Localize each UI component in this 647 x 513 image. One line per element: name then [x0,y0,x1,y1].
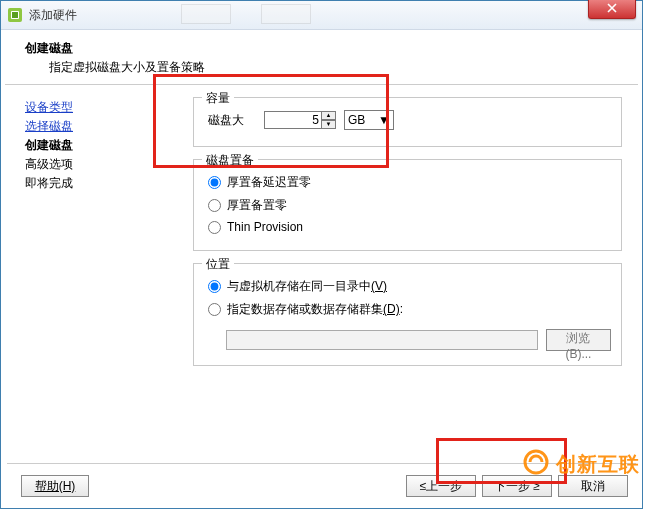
provision-option-thin[interactable]: Thin Provision [208,220,611,234]
step-create-disk: 创建磁盘 [25,137,175,153]
step-advanced: 高级选项 [25,156,175,172]
app-icon [7,7,23,23]
provision-option-thick-lazy[interactable]: 厚置备延迟置零 [208,174,611,191]
provision-option-thick-eager[interactable]: 厚置备置零 [208,197,611,214]
step-device-type[interactable]: 设备类型 [25,99,175,115]
radio-thick-lazy[interactable] [208,176,221,189]
disk-size-input[interactable] [264,111,322,129]
radio-thin[interactable] [208,221,221,234]
radio-thick-eager[interactable] [208,199,221,212]
cancel-button[interactable]: 取消 [558,475,628,497]
svg-rect-2 [12,12,18,18]
step-select-disk[interactable]: 选择磁盘 [25,118,175,134]
capacity-legend: 容量 [202,90,234,107]
provision-group: 磁盘置备 厚置备延迟置零 厚置备置零 Thin Provision [193,159,622,251]
disabled-toolbar-button [261,4,311,24]
location-legend: 位置 [202,256,234,273]
chevron-down-icon: ▼ [378,113,390,127]
spin-down[interactable]: ▼ [321,120,336,129]
disabled-toolbar-button [181,4,231,24]
radio-datastore[interactable] [208,303,221,316]
wizard-steps: 设备类型 选择磁盘 创建磁盘 高级选项 即将完成 [13,93,175,477]
close-button[interactable] [588,0,636,19]
browse-button: 浏览(B)... [546,329,611,351]
spin-up[interactable]: ▲ [321,111,336,120]
next-button[interactable]: 下一步 ≥ [482,475,552,497]
wizard-header: 创建磁盘 指定虚拟磁盘大小及置备策略 [5,30,638,85]
datastore-path-input [226,330,538,350]
size-unit-value: GB [348,113,365,127]
page-title: 创建磁盘 [25,40,622,57]
capacity-group: 容量 磁盘大 ▲ ▼ GB ▼ [193,97,622,147]
size-unit-select[interactable]: GB ▼ [344,110,394,130]
location-option-same[interactable]: 与虚拟机存储在同一目录中(V) [208,278,611,295]
help-button[interactable]: 帮助(H) [21,475,89,497]
disk-size-spinner[interactable]: ▲ ▼ [321,111,336,129]
disk-size-label: 磁盘大 [208,112,264,129]
titlebar: 添加硬件 [1,1,642,30]
step-finish: 即将完成 [25,175,175,191]
location-group: 位置 与虚拟机存储在同一目录中(V) 指定数据存储或数据存储群集(D): 浏览(… [193,263,622,366]
window-title: 添加硬件 [29,7,77,24]
radio-same-dir[interactable] [208,280,221,293]
page-subtitle: 指定虚拟磁盘大小及置备策略 [49,59,622,76]
footer: 帮助(H) ≤上一步 下一步 ≥ 取消 [1,464,642,508]
back-button[interactable]: ≤上一步 [406,475,476,497]
location-option-datastore[interactable]: 指定数据存储或数据存储群集(D): [208,301,611,318]
provision-legend: 磁盘置备 [202,152,258,169]
